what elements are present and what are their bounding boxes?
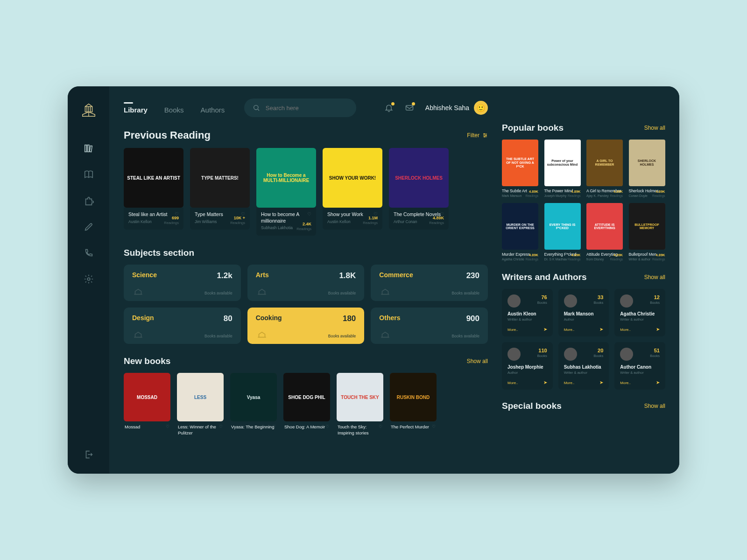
author-avatar [620, 348, 633, 361]
author-card[interactable]: 20 Books Subhas Lakhotia Writer & author… [558, 342, 609, 390]
newbook-card[interactable]: TOUCH THE SKY ♡ Touch the Sky: Inspiring… [337, 373, 383, 436]
tab-library[interactable]: Library [124, 102, 148, 114]
user-menu[interactable]: Abhishek Saha 🙂 [425, 101, 488, 115]
writers-showall[interactable]: Show all [644, 274, 665, 280]
newbook-card[interactable]: MOSSAD ♡ Mossad [124, 373, 170, 436]
author-more[interactable]: More.. [620, 328, 631, 332]
tabs: Library Books Authors [124, 102, 225, 114]
author-card[interactable]: 51 Books Author Canon Writer & author Mo… [614, 342, 665, 390]
subject-icon [379, 327, 391, 339]
popular-card[interactable]: SHERLOCK HOLMES Sherlock Holmes Conan Do… [629, 140, 665, 197]
heart-icon[interactable]: ♡ [166, 424, 169, 429]
send-icon[interactable]: ➤ [656, 327, 660, 332]
bell-icon[interactable] [384, 103, 394, 112]
newbooks-showall[interactable]: Show all [467, 358, 488, 364]
subject-card[interactable]: Others 900 Books available [371, 308, 488, 344]
newbook-card[interactable]: Vyasa ♡ Vyasa: The Beginning [230, 373, 277, 436]
author-more[interactable]: More.. [564, 381, 575, 385]
popular-card[interactable]: MURDER ON THE ORIENT EXPRESS Murder Expr… [502, 203, 538, 261]
book-title: Less: Winner of the Pulitzer [178, 424, 223, 436]
nav-puzzle-icon[interactable] [84, 196, 94, 206]
author-avatar [564, 348, 577, 361]
newbooks-row: MOSSAD ♡ Mossad LESS ♡ Less: Winner of t… [124, 373, 488, 436]
topbar: Library Books Authors [124, 98, 488, 117]
nav-logout-icon[interactable] [84, 449, 94, 460]
book-count: 4.89K [571, 189, 580, 194]
nav-books-icon[interactable] [84, 143, 94, 154]
heart-icon[interactable]: ♡ [325, 424, 329, 429]
author-bookcount-label: Books [650, 301, 660, 305]
newbook-card[interactable]: LESS ♡ Less: Winner of the Pulitzer [177, 373, 224, 436]
popular-card[interactable]: EVERY THING IS F*CKED Everything F*cked … [544, 203, 581, 261]
popular-showall[interactable]: Show all [644, 125, 665, 131]
book-card[interactable]: How to Become a MULTI-MILLIONAIRE ♡ How … [256, 148, 316, 236]
special-showall[interactable]: Show all [644, 403, 665, 409]
subject-card[interactable]: Cooking 180 Books available [247, 308, 365, 344]
filter-button[interactable]: Filter [467, 132, 488, 139]
newbook-card[interactable]: SHOE DOG PHIL ♡ Shoe Dog: A Memoir [283, 373, 330, 436]
tab-authors[interactable]: Authors [201, 102, 225, 114]
author-card[interactable]: 110 Books Joshep Morphie Author More.. ➤ [502, 342, 553, 390]
author-name: Subhas Lakhotia [564, 364, 604, 370]
nav-settings-icon[interactable] [84, 274, 94, 284]
newbook-card[interactable]: RUSKIN BOND ♡ The Perfect Murder [390, 373, 437, 436]
send-icon[interactable]: ➤ [543, 380, 547, 385]
subject-card[interactable]: Science 1.2k Books available [124, 265, 241, 301]
send-icon[interactable]: ➤ [599, 327, 603, 332]
subject-available: Books available [451, 291, 479, 295]
book-title: Vyasa: The Beginning [231, 424, 276, 430]
book-title: Mossad [125, 424, 169, 430]
author-more[interactable]: More.. [507, 328, 518, 332]
nav-edit-icon[interactable] [84, 222, 94, 232]
subject-name: Cooking [256, 314, 356, 322]
writers-title: Writers and Authors [502, 272, 587, 282]
subject-available: Books available [328, 291, 356, 295]
author-more[interactable]: More.. [564, 328, 575, 332]
subject-count: 1.8K [339, 271, 356, 280]
search-box[interactable] [244, 98, 356, 117]
heart-icon[interactable]: ♡ [307, 211, 311, 217]
popular-card[interactable]: ATTITUDE IS EVERYTHING Attitude Everytin… [586, 203, 623, 261]
mail-icon[interactable] [405, 103, 414, 112]
author-bookcount: 76 [537, 294, 547, 300]
author-card[interactable]: 12 Books Agatha Christie Writer & author… [614, 289, 665, 336]
heart-icon[interactable]: ♡ [272, 424, 276, 429]
send-icon[interactable]: ➤ [599, 380, 603, 385]
author-role: Writer & author [620, 317, 660, 322]
author-name: Joshep Morphie [507, 364, 547, 370]
popular-card[interactable]: A GIRL TO REMEMBER A Girl to Remember Aj… [586, 140, 623, 197]
book-count: 4.89K [529, 253, 538, 257]
book-count: 4.89K [571, 253, 580, 257]
author-more[interactable]: More.. [620, 381, 631, 385]
subject-card[interactable]: Commerce 230 Books available [371, 265, 488, 301]
send-icon[interactable]: ➤ [656, 380, 660, 385]
heart-icon[interactable]: ♡ [219, 424, 223, 429]
nav-reading-icon[interactable] [84, 169, 94, 180]
nav-phone-icon[interactable] [84, 248, 94, 258]
author-bookcount: 20 [593, 348, 603, 353]
subject-card[interactable]: Design 80 Books available [124, 308, 241, 344]
book-card[interactable]: SHERLOCK HOLMES ♡ The Complete Novels Ar… [389, 148, 449, 236]
heart-icon[interactable]: ♡ [432, 424, 436, 429]
book-count: 2.4K [303, 222, 311, 226]
send-icon[interactable]: ➤ [543, 327, 547, 332]
popular-card[interactable]: Power of your subconscious Mind The Powe… [544, 140, 581, 197]
svg-rect-6 [406, 105, 413, 110]
author-more[interactable]: More.. [507, 381, 518, 385]
author-role: Writer & author [620, 371, 660, 375]
heart-icon[interactable]: ♡ [379, 424, 382, 429]
author-card[interactable]: 76 Books Austin Kleon Writter & author M… [502, 289, 553, 336]
book-card[interactable]: STEAL LIKE AN ARTIST ♡ Steal like an Art… [124, 148, 183, 236]
book-card[interactable]: TYPE MATTERS! ♡ Type Matters Jim William… [190, 148, 250, 236]
sidebar [68, 86, 110, 474]
search-input[interactable] [266, 105, 348, 112]
popular-card[interactable]: BULLETPROOF MEMORY Bulletproof Men Write… [629, 203, 665, 261]
author-role: Author [507, 371, 547, 375]
book-count: 4.89K [613, 189, 623, 194]
author-card[interactable]: 33 Books Mark Manson Author More.. ➤ [558, 289, 609, 336]
book-card[interactable]: SHOW YOUR WORK! ♡ Show your Work Austin … [323, 148, 382, 236]
svg-rect-3 [89, 146, 92, 152]
tab-books[interactable]: Books [164, 102, 184, 114]
popular-card[interactable]: THE SUBTLE ART OF NOT GIVING A F*CK The … [502, 140, 538, 197]
subject-card[interactable]: Arts 1.8K Books available [247, 265, 365, 301]
